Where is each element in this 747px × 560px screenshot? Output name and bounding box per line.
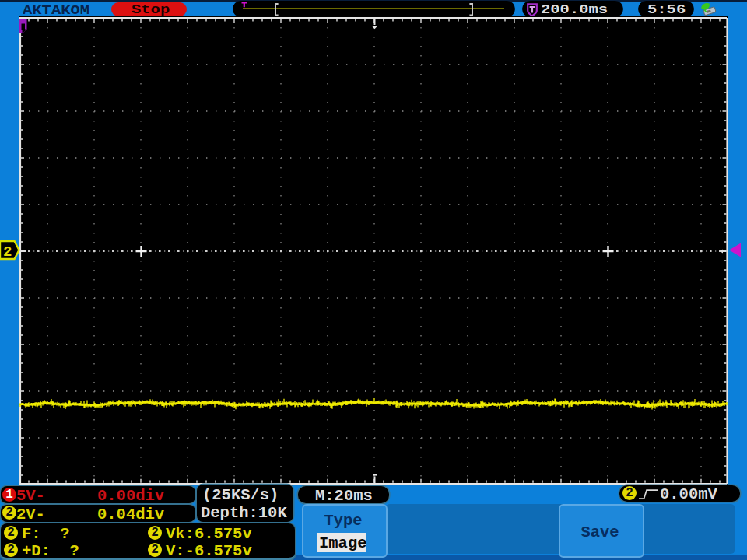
svg-text:2: 2 (3, 243, 12, 261)
